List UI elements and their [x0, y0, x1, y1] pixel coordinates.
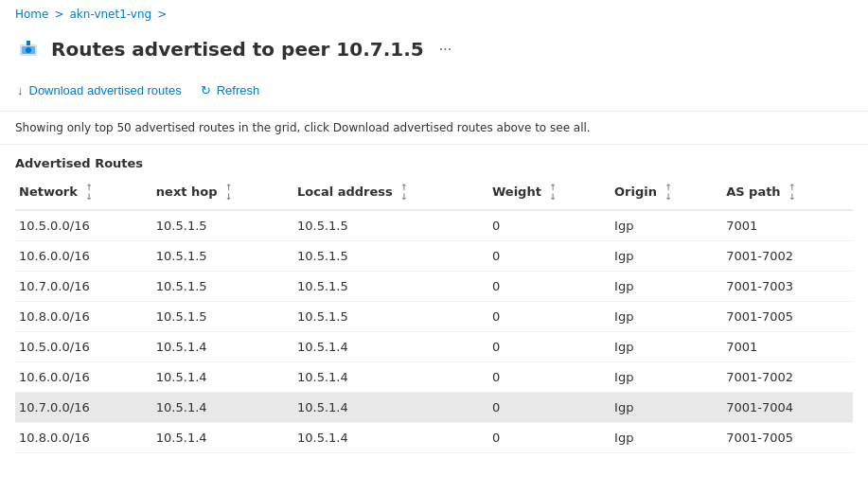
cell-weight: 0	[488, 393, 611, 423]
sort-icon-weight: ↑↓	[549, 184, 557, 202]
cell-weight: 0	[488, 423, 611, 453]
cell-next_hop: 10.5.1.5	[152, 241, 293, 272]
col-network[interactable]: Network ↑↓	[15, 176, 152, 210]
sort-icon-as-path: ↑↓	[788, 184, 796, 202]
cell-as_path: 7001	[722, 210, 853, 241]
cell-network: 10.5.0.0/16	[15, 210, 152, 241]
col-weight[interactable]: Weight ↑↓	[488, 176, 611, 210]
cell-as_path: 7001	[722, 332, 853, 362]
svg-point-3	[26, 47, 31, 53]
cell-next_hop: 10.5.1.4	[152, 362, 293, 393]
cell-as_path: 7001-7005	[722, 423, 853, 453]
cell-as_path: 7001-7005	[722, 302, 853, 332]
cell-origin: Igp	[611, 332, 722, 362]
cell-origin: Igp	[611, 393, 722, 423]
breadcrumb-parent[interactable]: akn-vnet1-vng	[70, 8, 152, 21]
cell-weight: 0	[488, 272, 611, 302]
cell-origin: Igp	[611, 241, 722, 272]
cell-next_hop: 10.5.1.5	[152, 302, 293, 332]
cell-as_path: 7001-7002	[722, 362, 853, 393]
vnet-gateway-icon	[15, 36, 42, 62]
cell-weight: 0	[488, 362, 611, 393]
cell-next_hop: 10.5.1.4	[152, 332, 293, 362]
cell-network: 10.5.0.0/16	[15, 332, 152, 362]
download-icon	[17, 83, 24, 97]
sort-icon-network: ↑↓	[85, 184, 93, 202]
cell-local_address: 10.5.1.4	[293, 332, 488, 362]
cell-weight: 0	[488, 332, 611, 362]
table-row[interactable]: 10.6.0.0/1610.5.1.410.5.1.40Igp7001-7002	[15, 362, 853, 393]
table-container: Network ↑↓ next hop ↑↓ Local address ↑↓ …	[0, 176, 868, 453]
cell-local_address: 10.5.1.5	[293, 272, 488, 302]
cell-origin: Igp	[611, 302, 722, 332]
refresh-icon	[201, 83, 211, 97]
table-row[interactable]: 10.8.0.0/1610.5.1.510.5.1.50Igp7001-7005	[15, 302, 853, 332]
cell-next_hop: 10.5.1.5	[152, 210, 293, 241]
sort-icon-local-address: ↑↓	[400, 184, 408, 202]
cell-as_path: 7001-7004	[722, 393, 853, 423]
col-network-label: Network	[19, 185, 78, 199]
page-header: Routes advertised to peer 10.7.1.5 ···	[0, 28, 868, 74]
ellipsis-button[interactable]: ···	[434, 39, 457, 60]
col-origin-label: Origin	[614, 185, 657, 199]
page-title: Routes advertised to peer 10.7.1.5	[51, 38, 424, 61]
col-as-path-label: AS path	[726, 185, 781, 199]
cell-next_hop: 10.5.1.5	[152, 272, 293, 302]
table-row[interactable]: 10.7.0.0/1610.5.1.510.5.1.50Igp7001-7003	[15, 272, 853, 302]
download-label: Download advertised routes	[29, 83, 182, 97]
col-weight-label: Weight	[492, 185, 541, 199]
table-row[interactable]: 10.6.0.0/1610.5.1.510.5.1.50Igp7001-7002	[15, 241, 853, 272]
cell-next_hop: 10.5.1.4	[152, 393, 293, 423]
table-body: 10.5.0.0/1610.5.1.510.5.1.50Igp700110.6.…	[15, 210, 853, 453]
cell-network: 10.8.0.0/16	[15, 423, 152, 453]
toolbar: Download advertised routes Refresh	[0, 74, 868, 112]
cell-weight: 0	[488, 210, 611, 241]
cell-weight: 0	[488, 241, 611, 272]
download-advertised-routes-button[interactable]: Download advertised routes	[15, 79, 184, 101]
cell-as_path: 7001-7003	[722, 272, 853, 302]
cell-local_address: 10.5.1.5	[293, 210, 488, 241]
table-row[interactable]: 10.5.0.0/1610.5.1.510.5.1.50Igp7001	[15, 210, 853, 241]
refresh-button[interactable]: Refresh	[199, 79, 262, 101]
col-next-hop-label: next hop	[156, 185, 218, 199]
cell-network: 10.6.0.0/16	[15, 241, 152, 272]
cell-origin: Igp	[611, 423, 722, 453]
table-row[interactable]: 10.5.0.0/1610.5.1.410.5.1.40Igp7001	[15, 332, 853, 362]
cell-network: 10.8.0.0/16	[15, 302, 152, 332]
info-message: Showing only top 50 advertised routes in…	[15, 121, 591, 134]
table-row[interactable]: 10.7.0.0/1610.5.1.410.5.1.40Igp7001-7004	[15, 393, 853, 423]
table-row[interactable]: 10.8.0.0/1610.5.1.410.5.1.40Igp7001-7005	[15, 423, 853, 453]
breadcrumb-separator-2: >	[157, 8, 167, 21]
col-as-path[interactable]: AS path ↑↓	[722, 176, 853, 210]
sort-icon-origin: ↑↓	[665, 184, 673, 202]
col-origin[interactable]: Origin ↑↓	[611, 176, 722, 210]
info-bar: Showing only top 50 advertised routes in…	[0, 112, 868, 145]
cell-origin: Igp	[611, 210, 722, 241]
cell-weight: 0	[488, 302, 611, 332]
breadcrumb-home[interactable]: Home	[15, 8, 48, 21]
cell-network: 10.7.0.0/16	[15, 393, 152, 423]
cell-network: 10.7.0.0/16	[15, 272, 152, 302]
section-label: Advertised Routes	[0, 145, 868, 176]
cell-origin: Igp	[611, 362, 722, 393]
cell-local_address: 10.5.1.5	[293, 241, 488, 272]
cell-local_address: 10.5.1.4	[293, 393, 488, 423]
cell-origin: Igp	[611, 272, 722, 302]
col-next-hop[interactable]: next hop ↑↓	[152, 176, 293, 210]
breadcrumb-separator-1: >	[54, 8, 63, 21]
sort-icon-next-hop: ↑↓	[225, 184, 233, 202]
cell-next_hop: 10.5.1.4	[152, 423, 293, 453]
col-local-address[interactable]: Local address ↑↓	[293, 176, 488, 210]
table-header: Network ↑↓ next hop ↑↓ Local address ↑↓ …	[15, 176, 853, 210]
cell-local_address: 10.5.1.4	[293, 362, 488, 393]
cell-as_path: 7001-7002	[722, 241, 853, 272]
routes-table: Network ↑↓ next hop ↑↓ Local address ↑↓ …	[15, 176, 853, 453]
svg-rect-2	[27, 41, 30, 45]
breadcrumb: Home > akn-vnet1-vng >	[0, 0, 868, 28]
cell-local_address: 10.5.1.4	[293, 423, 488, 453]
cell-local_address: 10.5.1.5	[293, 302, 488, 332]
col-local-address-label: Local address	[297, 185, 393, 199]
refresh-label: Refresh	[217, 83, 260, 97]
cell-network: 10.6.0.0/16	[15, 362, 152, 393]
